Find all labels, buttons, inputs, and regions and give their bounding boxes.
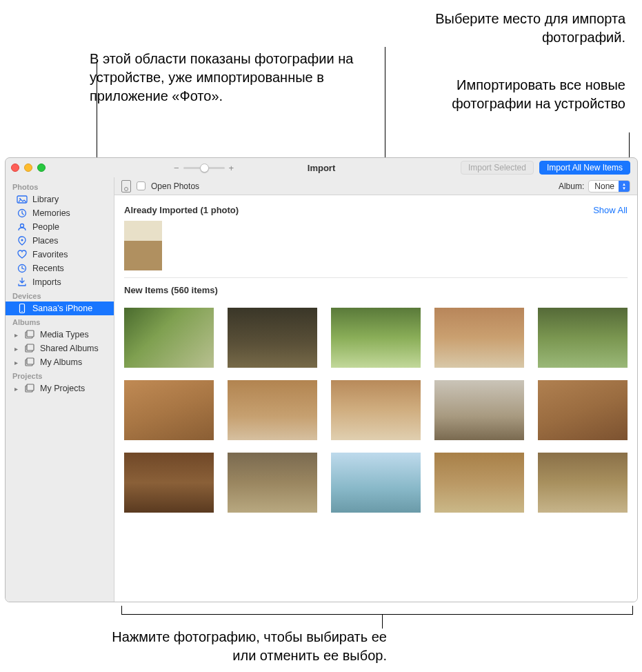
svg-rect-11 xyxy=(27,344,34,350)
album-icon xyxy=(24,343,35,354)
zoom-track[interactable] xyxy=(183,167,225,169)
photo-thumbnail[interactable] xyxy=(434,453,524,513)
callout-line xyxy=(632,606,633,615)
import-selected-button[interactable]: Import Selected xyxy=(461,161,534,175)
new-items-header: New Items (560 items) xyxy=(124,285,218,295)
sidebar-item-label: My Projects xyxy=(40,384,85,393)
svg-point-7 xyxy=(21,311,23,313)
places-icon xyxy=(17,235,28,246)
svg-rect-13 xyxy=(27,358,34,364)
svg-rect-15 xyxy=(27,384,34,391)
divider xyxy=(124,277,628,278)
callout-album-destination: Выберите место для импорта фотографий. xyxy=(377,10,625,47)
open-photos-label: Open Photos xyxy=(151,181,199,191)
sidebar-item-my-projects[interactable]: ▸ My Projects xyxy=(6,382,114,395)
disclosure-triangle-icon[interactable]: ▸ xyxy=(12,385,19,393)
titlebar: − + Import Import Selected Import All Ne… xyxy=(6,158,637,177)
sidebar-item-media-types[interactable]: ▸ Media Types xyxy=(6,328,114,342)
sidebar-item-label: Media Types xyxy=(40,330,89,339)
photo-thumbnail[interactable] xyxy=(331,308,421,368)
iphone-icon xyxy=(17,303,28,314)
sidebar-item-imports[interactable]: Imports xyxy=(6,275,114,289)
svg-point-4 xyxy=(21,239,23,241)
photo-thumbnail[interactable] xyxy=(228,380,317,440)
svg-point-3 xyxy=(21,224,24,228)
main-content: Open Photos Album: None ▲▼ Already Impor… xyxy=(114,177,637,602)
close-window-button[interactable] xyxy=(11,164,19,172)
sidebar-item-label: Sanaa's iPhone xyxy=(32,304,92,313)
sidebar-section-devices: Devices xyxy=(6,289,114,302)
thumbnail-zoom-slider[interactable]: − + xyxy=(174,163,234,173)
device-icon xyxy=(121,180,131,192)
sidebar-section-albums: Albums xyxy=(6,315,114,328)
photo-thumbnail[interactable] xyxy=(538,380,628,440)
photo-thumbnail[interactable] xyxy=(228,453,317,513)
sidebar-item-memories[interactable]: Memories xyxy=(6,206,114,220)
photo-thumbnail[interactable] xyxy=(331,453,421,513)
album-select[interactable]: None ▲▼ xyxy=(588,180,630,192)
sidebar-item-people[interactable]: People xyxy=(6,220,114,234)
callout-import-all: Импортировать все новые фотографии на ус… xyxy=(377,76,625,113)
sidebar-item-library[interactable]: Library xyxy=(6,192,114,206)
sidebar-item-recents[interactable]: Recents xyxy=(6,261,114,275)
zoom-out-icon: − xyxy=(174,163,179,173)
sidebar-item-places[interactable]: Places xyxy=(6,234,114,248)
sidebar-item-shared-albums[interactable]: ▸ Shared Albums xyxy=(6,342,114,355)
sidebar-item-label: Places xyxy=(32,236,59,246)
minimize-window-button[interactable] xyxy=(24,164,32,172)
photo-thumbnail[interactable] xyxy=(434,380,524,440)
photo-thumbnail[interactable] xyxy=(434,308,524,368)
album-icon xyxy=(24,357,35,368)
sidebar-item-label: Memories xyxy=(32,208,70,218)
memories-icon xyxy=(17,208,28,219)
sidebar-item-favorites[interactable]: Favorites xyxy=(6,248,114,261)
sidebar-section-projects: Projects xyxy=(6,369,114,382)
photo-thumbnail[interactable] xyxy=(331,380,421,440)
import-content: Already Imported (1 photo) Show All New … xyxy=(114,195,637,602)
option-bar: Open Photos Album: None ▲▼ xyxy=(114,177,637,195)
callout-line xyxy=(121,614,633,615)
recents-icon xyxy=(17,263,28,274)
sidebar-section-photos: Photos xyxy=(6,180,114,192)
sidebar-item-my-albums[interactable]: ▸ My Albums xyxy=(6,355,114,369)
sidebar-item-label: Shared Albums xyxy=(40,344,99,353)
traffic-lights xyxy=(11,164,46,172)
photo-thumbnail[interactable] xyxy=(124,380,214,440)
show-all-link[interactable]: Show All xyxy=(593,205,628,215)
photo-thumbnail[interactable] xyxy=(538,453,628,513)
people-icon xyxy=(17,221,28,233)
photo-thumbnail[interactable] xyxy=(228,308,317,368)
photo-thumbnail[interactable] xyxy=(124,221,162,270)
sidebar-item-label: Recents xyxy=(32,264,64,273)
sidebar-item-label: My Albums xyxy=(40,357,82,367)
photo-thumbnail[interactable] xyxy=(124,453,214,513)
svg-rect-9 xyxy=(27,330,34,337)
disclosure-triangle-icon[interactable]: ▸ xyxy=(12,359,19,366)
zoom-in-icon: + xyxy=(229,163,234,173)
photo-thumbnail[interactable] xyxy=(538,308,628,368)
sidebar-item-label: People xyxy=(32,222,59,232)
album-icon xyxy=(24,329,35,340)
import-all-new-items-button[interactable]: Import All New Items xyxy=(539,161,630,175)
select-arrows-icon: ▲▼ xyxy=(619,181,630,192)
callout-select-photo: Нажмите фотографию, чтобы выбирать ее ил… xyxy=(90,628,387,665)
zoom-window-button[interactable] xyxy=(37,164,46,172)
album-select-value: None xyxy=(589,181,619,191)
sidebar-item-label: Library xyxy=(32,195,59,204)
disclosure-triangle-icon[interactable]: ▸ xyxy=(12,345,19,353)
album-icon xyxy=(24,383,35,394)
sidebar-item-device[interactable]: Sanaa's iPhone xyxy=(6,302,114,315)
disclosure-triangle-icon[interactable]: ▸ xyxy=(12,331,19,339)
album-label: Album: xyxy=(559,181,584,191)
photos-import-window: − + Import Import Selected Import All Ne… xyxy=(5,157,638,602)
photo-thumbnail[interactable] xyxy=(124,308,214,368)
zoom-knob[interactable] xyxy=(200,164,209,172)
callout-line xyxy=(382,614,383,629)
open-photos-checkbox[interactable] xyxy=(137,181,146,190)
callout-already-imported: В этой области показаны фотографии на ус… xyxy=(90,50,359,106)
favorites-icon xyxy=(17,249,28,260)
library-icon xyxy=(17,194,28,205)
sidebar-item-label: Imports xyxy=(32,277,61,287)
sidebar: Photos Library Memories People Places Fa… xyxy=(6,177,114,602)
callout-line xyxy=(121,606,122,615)
